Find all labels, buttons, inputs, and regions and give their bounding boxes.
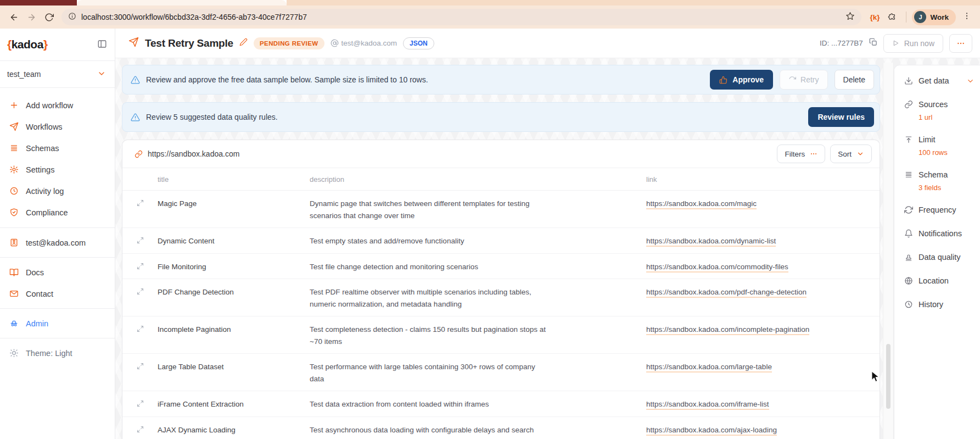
panel-item-frequency[interactable]: Frequency: [904, 203, 975, 217]
more-actions-button[interactable]: [949, 34, 972, 53]
refresh-icon: [788, 76, 796, 84]
cell-link[interactable]: https://sandbox.kadoa.com/pdf-change-det…: [646, 286, 880, 298]
filters-button[interactable]: Filters: [777, 145, 825, 163]
expand-row-icon[interactable]: [122, 398, 158, 407]
table-row[interactable]: Dynamic Content Test empty states and ad…: [122, 228, 880, 254]
cell-description: Test asynchronous data loading with conf…: [310, 424, 557, 439]
sidebar: {kadoa} test_team Add workflow Workflows…: [0, 29, 115, 439]
browser-chrome: localhost:3000/workflow/6bcbd32a-3df2-46…: [0, 0, 980, 29]
panel-item-location[interactable]: Location: [904, 274, 975, 288]
column-header-description: description: [310, 175, 646, 184]
expand-row-icon[interactable]: [122, 198, 158, 207]
panel-item-get-data[interactable]: Get data: [904, 74, 975, 88]
table-row[interactable]: AJAX Dynamic Loading Test asynchronous d…: [122, 417, 880, 439]
sidebar-item-theme-light[interactable]: Theme: Light: [0, 342, 115, 364]
expand-row-icon[interactable]: [122, 424, 158, 433]
table-row[interactable]: Incomplete Pagination Test completeness …: [122, 316, 880, 354]
expand-row-icon[interactable]: [122, 235, 158, 244]
rocket-icon: [128, 37, 139, 49]
cell-description: Test performance with large tables conta…: [310, 361, 557, 385]
panel-item-label: Frequency: [919, 205, 956, 214]
cell-link[interactable]: https://sandbox.kadoa.com/magic: [646, 198, 880, 210]
expand-row-icon[interactable]: [122, 261, 158, 270]
copy-id-icon[interactable]: [869, 38, 877, 48]
browser-profile-chip[interactable]: J Work: [912, 9, 956, 25]
expand-row-icon[interactable]: [122, 286, 158, 295]
table-row[interactable]: Large Table Dataset Test performance wit…: [122, 354, 880, 391]
approve-button[interactable]: Approve: [710, 70, 773, 90]
team-name: test_team: [7, 70, 41, 79]
retry-button[interactable]: Retry: [780, 70, 827, 90]
panel-item-label: Location: [919, 276, 949, 285]
cell-link[interactable]: https://sandbox.kadoa.com/dynamic-list: [646, 235, 880, 247]
sort-button[interactable]: Sort: [830, 145, 872, 163]
active-browser-tab[interactable]: [77, 0, 287, 5]
extensions-puzzle-icon[interactable]: [884, 12, 900, 23]
cell-link[interactable]: https://sandbox.kadoa.com/iframe-list: [646, 398, 880, 410]
mail-icon: [9, 289, 19, 298]
play-icon: [892, 40, 899, 47]
table-row[interactable]: Magic Page Dynamic page that switches be…: [122, 191, 880, 228]
bookmark-star-icon[interactable]: [845, 12, 855, 23]
panel-item-history[interactable]: History: [904, 297, 975, 312]
cell-link[interactable]: https://sandbox.kadoa.com/ajax-loading: [646, 424, 880, 436]
back-icon[interactable]: [5, 9, 22, 25]
sidebar-footer-section: Docs Contact: [0, 258, 115, 309]
cell-description: Test empty states and add/remove functio…: [310, 235, 557, 247]
sidebar-item-label: Activity log: [26, 187, 64, 196]
run-now-button[interactable]: Run now: [883, 34, 943, 53]
vertical-scrollbar[interactable]: [883, 63, 894, 439]
sidebar-item-label: Add workflow: [26, 101, 73, 110]
review-rules-button[interactable]: Review rules: [808, 107, 874, 127]
sidebar-item-schemas[interactable]: Schemas: [0, 137, 115, 159]
address-bar[interactable]: localhost:3000/workflow/6bcbd32a-3df2-46…: [61, 9, 861, 25]
sidebar-item-docs[interactable]: Docs: [0, 262, 115, 283]
panel-item-label: Notifications: [919, 229, 962, 238]
cell-title: PDF Change Detection: [158, 286, 310, 298]
site-info-icon[interactable]: [68, 12, 76, 23]
at-sign-icon: [331, 39, 339, 47]
collapse-sidebar-icon[interactable]: [97, 39, 107, 51]
format-badge[interactable]: JSON: [403, 37, 434, 49]
kadoa-extension-icon[interactable]: {k}: [866, 13, 883, 21]
sidebar-item-workflows[interactable]: Workflows: [0, 116, 115, 137]
team-selector[interactable]: test_team: [0, 61, 115, 88]
scrollbar-thumb[interactable]: [886, 344, 891, 409]
sidebar-item-admin[interactable]: Admin: [0, 313, 115, 334]
globe-icon: [904, 276, 913, 285]
rules-review-banner: Review 5 suggested data quality rules. R…: [122, 102, 880, 132]
id-card-icon: [9, 238, 19, 247]
sidebar-item-compliance[interactable]: Compliance: [0, 202, 115, 223]
edit-title-icon[interactable]: [239, 38, 248, 48]
panel-item-notifications[interactable]: Notifications: [904, 226, 975, 241]
stack-icon: [9, 143, 19, 153]
delete-button[interactable]: Delete: [835, 70, 874, 90]
table-row[interactable]: iFrame Content Extraction Test data extr…: [122, 391, 880, 417]
source-row: https://sandbox.kadoa.com Filters Sort: [122, 140, 880, 168]
cell-link[interactable]: https://sandbox.kadoa.com/incomplete-pag…: [646, 324, 880, 336]
table-row[interactable]: File Monitoring Test file change detecti…: [122, 254, 880, 280]
screen: localhost:3000/workflow/6bcbd32a-3df2-46…: [0, 0, 980, 439]
expand-row-icon[interactable]: [122, 361, 158, 370]
panel-item-data-quality[interactable]: Data quality: [904, 250, 975, 264]
url-text[interactable]: localhost:3000/workflow/6bcbd32a-3df2-46…: [81, 13, 841, 21]
forward-icon[interactable]: [23, 9, 40, 25]
sidebar-item-add-workflow[interactable]: Add workflow: [0, 95, 115, 116]
reload-icon[interactable]: [41, 9, 57, 25]
browser-menu-icon[interactable]: [957, 12, 975, 23]
panel-item-limit[interactable]: Limit 100 rows: [904, 132, 975, 158]
source-url[interactable]: https://sandbox.kadoa.com: [148, 149, 239, 158]
panel-item-label: Limit: [919, 135, 936, 144]
expand-row-icon[interactable]: [122, 324, 158, 332]
sidebar-item-activity-log[interactable]: Activity log: [0, 180, 115, 202]
panel-item-schema[interactable]: Schema 3 fields: [904, 168, 975, 193]
cell-link[interactable]: https://sandbox.kadoa.com/large-table: [646, 361, 880, 373]
sidebar-item-test-kadoa-com[interactable]: test@kadoa.com: [0, 232, 115, 253]
panel-item-sources[interactable]: Sources 1 url: [904, 97, 975, 123]
sidebar-item-settings[interactable]: Settings: [0, 159, 115, 180]
table-row[interactable]: PDF Change Detection Test PDF realtime o…: [122, 279, 880, 316]
cell-link[interactable]: https://sandbox.kadoa.com/commodity-file…: [646, 261, 880, 273]
column-header-link: link: [646, 175, 880, 184]
sidebar-account-section: test@kadoa.com: [0, 228, 115, 258]
sidebar-item-contact[interactable]: Contact: [0, 283, 115, 304]
